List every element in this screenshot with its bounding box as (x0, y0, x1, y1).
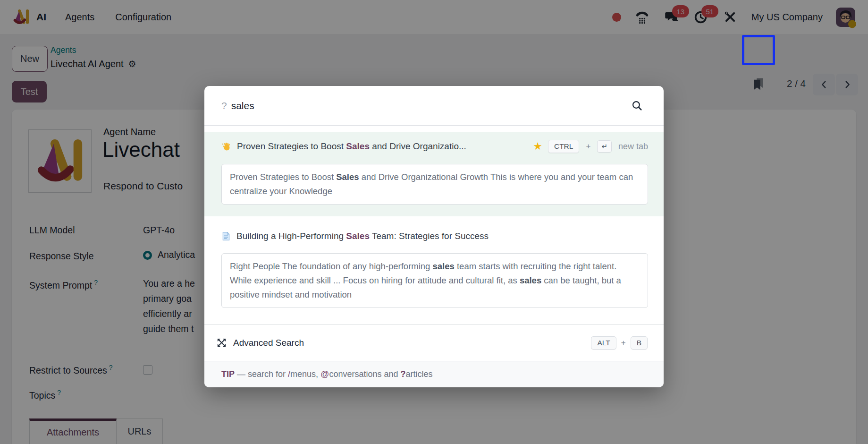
screen: AI Agents Configuration (0, 0, 868, 444)
document-icon (221, 231, 231, 241)
result-preview: Right People The foundation of any high-… (221, 253, 648, 308)
favorite-star-icon[interactable]: ★ (533, 140, 542, 153)
advanced-search-label: Advanced Search (233, 338, 304, 348)
search-icon (631, 100, 643, 111)
new-tab-hint: new tab (618, 142, 648, 152)
search-prefix: ? (221, 100, 227, 111)
alt-key-badge: ALT (591, 336, 616, 350)
enter-key-badge: ↵ (597, 140, 612, 153)
expand-arrows-icon (216, 337, 227, 348)
plus-separator: + (621, 338, 626, 348)
result-title: Proven Strategies to Boost Sales and Dri… (237, 141, 466, 152)
plus-separator: + (586, 142, 590, 151)
search-input[interactable]: ? sales (204, 86, 664, 126)
ctrl-key-badge: CTRL (548, 140, 579, 153)
command-palette-dialog: ? sales (204, 86, 664, 387)
b-key-badge: B (631, 336, 648, 350)
result-title: Building a High-Performing Sales Team: S… (236, 231, 489, 241)
search-result-item[interactable]: Proven Strategies to Boost Sales and Dri… (204, 132, 664, 216)
result-preview: Proven Strategies to Boost Sales and Dri… (221, 164, 648, 205)
search-tip: TIP — search for /menus, @conversations … (204, 361, 664, 387)
wave-hand-icon (221, 142, 231, 152)
search-query: sales (231, 100, 254, 111)
advanced-search-row[interactable]: Advanced Search ALT + B (204, 324, 664, 361)
search-result-item[interactable]: Building a High-Performing Sales Team: S… (204, 222, 664, 308)
tip-text: TIP — search for /menus, @conversations … (221, 369, 433, 379)
search-results-list: Proven Strategies to Boost Sales and Dri… (204, 126, 664, 308)
